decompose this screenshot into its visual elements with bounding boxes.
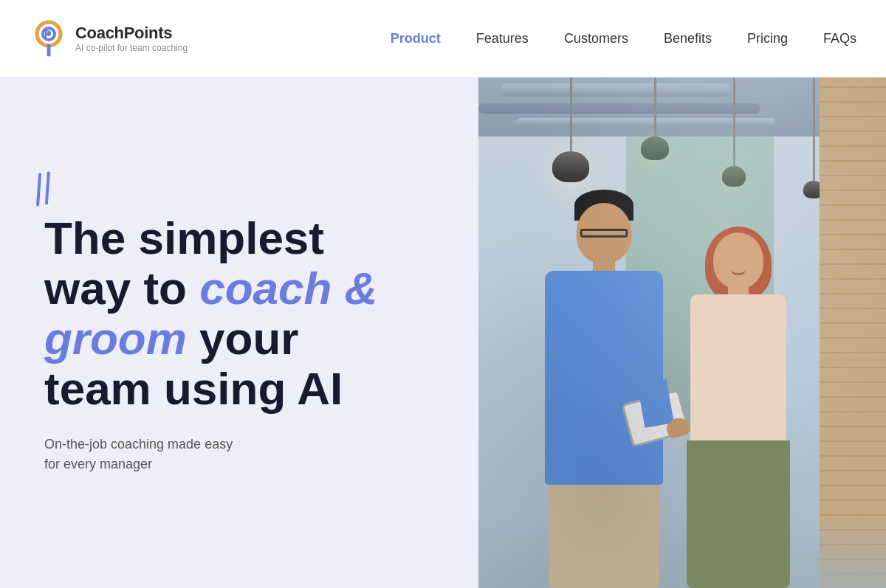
nav-links: Product Features Customers Benefits Pric…: [391, 31, 856, 46]
headline-highlight: coach &: [199, 263, 377, 314]
navbar: P CoachPoints AI co-pilot for team coach…: [0, 0, 886, 77]
nav-item-features[interactable]: Features: [476, 31, 529, 46]
photo-overlay: [478, 77, 886, 588]
svg-text:P: P: [44, 28, 51, 40]
nav-item-customers[interactable]: Customers: [564, 31, 628, 46]
nav-item-pricing[interactable]: Pricing: [747, 31, 788, 46]
squiggle-icon: [26, 163, 70, 213]
logo-icon: P: [30, 19, 68, 58]
logo-area[interactable]: P CoachPoints AI co-pilot for team coach…: [30, 19, 188, 58]
headline-line4: team using AI: [44, 363, 343, 414]
subtext-line2: for every manager: [44, 457, 152, 471]
brand-name: CoachPoints: [75, 24, 188, 43]
hero-headline: The simplest way to coach & groom your t…: [44, 213, 434, 415]
hero-right: [478, 77, 886, 588]
female-skirt: [687, 440, 790, 588]
subtext-line1: On-the-job coaching made easy: [44, 437, 233, 452]
nav-link-benefits[interactable]: Benefits: [664, 31, 712, 46]
female-smile: [731, 269, 746, 275]
svg-line-6: [41, 173, 54, 203]
headline-line3: your: [187, 313, 299, 364]
nav-link-faqs[interactable]: FAQs: [823, 31, 856, 46]
headline-line1: The simplest: [44, 212, 324, 263]
nav-link-pricing[interactable]: Pricing: [747, 31, 788, 46]
hero-left: The simplest way to coach & groom your t…: [0, 77, 478, 588]
svg-line-5: [32, 175, 45, 205]
hero-section: The simplest way to coach & groom your t…: [0, 77, 886, 588]
female-head: [713, 232, 763, 288]
nav-item-faqs[interactable]: FAQs: [823, 31, 856, 46]
hero-subtext: On-the-job coaching made easy for every …: [44, 435, 434, 474]
nav-link-customers[interactable]: Customers: [564, 31, 628, 46]
nav-item-product[interactable]: Product: [391, 31, 441, 46]
brand-tagline: AI co-pilot for team coaching: [75, 43, 188, 53]
headline-groom: groom: [44, 313, 187, 364]
nav-link-features[interactable]: Features: [476, 31, 529, 46]
nav-item-benefits[interactable]: Benefits: [664, 31, 712, 46]
nav-link-product[interactable]: Product: [391, 31, 441, 46]
decorative-squiggle: [26, 163, 71, 218]
logo-text-block: CoachPoints AI co-pilot for team coachin…: [75, 24, 188, 53]
headline-line2: way to coach &: [44, 263, 377, 314]
